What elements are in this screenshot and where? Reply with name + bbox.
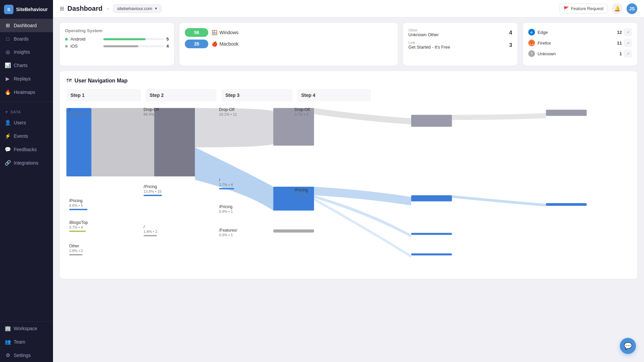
- step-1-label: Step 1: [66, 89, 141, 101]
- divider-1: [0, 102, 53, 102]
- dropdown-icon: ▼: [154, 7, 158, 10]
- source-name-1: Unknown Other: [409, 32, 439, 37]
- sidebar-item-label: Workspace: [14, 326, 37, 331]
- unknown-action[interactable]: ↗: [624, 50, 632, 58]
- android-count: 5: [166, 37, 169, 42]
- workspace-icon: 🏢: [5, 325, 11, 331]
- desktop-stats-panel: 56 🪟 Windows 35 🍎 Macbook: [179, 23, 397, 66]
- os-row-android: Android 5: [65, 37, 169, 42]
- team-icon: 👥: [5, 339, 11, 345]
- grid-icon: ⊞: [60, 5, 64, 12]
- logo-icon: S: [4, 5, 13, 14]
- browser-info-edge: e Edge: [528, 29, 548, 36]
- sidebar-item-settings[interactable]: ⚙ Settings: [0, 349, 53, 362]
- page-title: Dashboard: [67, 5, 102, 12]
- mac-icon: 🍎: [212, 41, 217, 47]
- firefox-count: 11: [617, 41, 622, 46]
- unknown-browser-icon: ?: [528, 50, 535, 57]
- feature-request-label: Feature Request: [571, 6, 603, 11]
- sidebar-item-users[interactable]: 👤 Users: [0, 116, 53, 129]
- events-icon: ⚡: [5, 133, 11, 139]
- sidebar-item-boards[interactable]: □ Boards: [0, 32, 53, 45]
- boards-icon: □: [5, 36, 11, 42]
- chat-icon: 💬: [624, 342, 632, 350]
- edge-icon: e: [528, 29, 535, 36]
- browser-panel: e Edge 12 ↗ 🦊 Firefox: [523, 23, 637, 66]
- step4-pricing-rect: [546, 203, 587, 206]
- os-row-ios: iOS 4: [65, 44, 169, 49]
- android-dot: [65, 38, 68, 41]
- sidebar-item-insights[interactable]: ◎ Insights: [0, 45, 53, 59]
- insights-icon: ◎: [5, 49, 11, 55]
- header: ⊞ Dashboard › sitebehaviour.com ▼ 🚩 Feat…: [53, 0, 644, 17]
- sankey-svg: [66, 105, 631, 272]
- app-name: SiteBehaviour: [16, 7, 48, 12]
- sidebar-item-replays[interactable]: ▶ Replays: [0, 72, 53, 85]
- sidebar-item-label: Insights: [14, 49, 30, 55]
- ios-count: 4: [166, 44, 169, 49]
- nav-map-title: User Navigation Map: [74, 78, 127, 84]
- flow-pricing-slash-s3: [314, 187, 411, 205]
- sidebar-bottom: 🏢 Workspace 👥 Team ⚙ Settings: [0, 321, 53, 362]
- sidebar-item-label: Integrations: [14, 160, 38, 166]
- source-panel: Other Unknown Other 4 Link Get Started -…: [403, 23, 518, 66]
- sidebar-item-heatmaps[interactable]: 🔥 Heatmaps: [0, 85, 53, 99]
- firefox-action[interactable]: ↗: [624, 39, 632, 47]
- source-count-1: 4: [509, 30, 512, 36]
- step-2-label: Step 2: [146, 89, 217, 101]
- sidebar-item-label: Users: [14, 120, 26, 125]
- step2-slash-rect: [273, 229, 314, 232]
- feature-request-button[interactable]: 🚩 Feature Request: [559, 4, 608, 13]
- windows-label: Windows: [219, 30, 238, 35]
- sidebar-item-events[interactable]: ⚡ Events: [0, 129, 53, 143]
- chat-bubble[interactable]: 💬: [620, 338, 636, 354]
- source-type-1: Other: [409, 28, 439, 32]
- main-area: ⊞ Dashboard › sitebehaviour.com ▼ 🚩 Feat…: [53, 0, 644, 362]
- sidebar-item-integrations[interactable]: 🔗 Integrations: [0, 156, 53, 170]
- source-info-1: Other Unknown Other: [409, 28, 439, 37]
- browser-info-firefox: 🦊 Firefox: [528, 40, 551, 46]
- content-area: Operating System Android 5 iOS 4: [53, 17, 644, 362]
- step3-pricing-rect: [411, 233, 452, 235]
- sidebar-item-team[interactable]: 👥 Team: [0, 335, 53, 349]
- source-row-2: Link Get Started - It's Free 3: [409, 41, 512, 50]
- unknown-count: 1: [620, 51, 622, 56]
- sidebar-item-feedbacks[interactable]: 💬 Feedbacks: [0, 143, 53, 156]
- sidebar-item-workspace[interactable]: 🏢 Workspace: [0, 322, 53, 335]
- browser-row-firefox: 🦊 Firefox 11 ↗: [528, 39, 632, 47]
- flow-slash-pricing: [195, 147, 273, 211]
- nav-map-icon: 🗺: [66, 78, 72, 84]
- logo-area[interactable]: S SiteBehaviour: [0, 0, 53, 19]
- bell-icon: 🔔: [614, 6, 621, 12]
- mac-label: Macbook: [219, 41, 238, 47]
- ios-dot: [65, 45, 68, 48]
- sidebar-item-dashboard[interactable]: ⊞ Dashboard: [0, 19, 53, 32]
- browser-row-unknown: ? Unknown 1 ↗: [528, 50, 632, 58]
- firefox-icon: 🦊: [528, 40, 535, 46]
- sidebar-item-charts[interactable]: 📊 Charts: [0, 59, 53, 72]
- breadcrumb-text: sitebehaviour.com: [117, 6, 152, 11]
- top-stats-row: Operating System Android 5 iOS 4: [60, 23, 637, 66]
- unknown-browser-name: Unknown: [538, 51, 556, 56]
- sidebar-item-label: Dashboard: [14, 23, 37, 28]
- avatar-button[interactable]: JS: [627, 3, 637, 14]
- step4-dropoff-rect: [546, 110, 587, 116]
- android-label: Android: [70, 37, 101, 42]
- step1-darkgray-rect: [154, 108, 195, 176]
- source-row-1: Other Unknown Other 4: [409, 28, 512, 37]
- data-section-header: ▼ Data: [0, 105, 53, 116]
- windows-icon: 🪟: [212, 30, 217, 35]
- edge-action[interactable]: ↗: [624, 28, 632, 36]
- windows-stat-row: 56 🪟 Windows: [185, 28, 392, 37]
- os-panel-title: Operating System: [65, 28, 169, 33]
- notifications-button[interactable]: 🔔: [612, 3, 623, 14]
- step3-features-rect: [411, 253, 452, 255]
- firefox-name: Firefox: [538, 41, 551, 46]
- sidebar-item-label: Settings: [14, 353, 31, 358]
- edge-name: Edge: [538, 30, 548, 35]
- mac-stat-row: 35 🍎 Macbook: [185, 40, 392, 48]
- breadcrumb[interactable]: sitebehaviour.com ▼: [113, 4, 161, 13]
- mac-os-label: 🍎 Macbook: [212, 41, 238, 47]
- step-3-label: Step 3: [221, 89, 292, 101]
- flow-dropoff-s4: [452, 113, 546, 120]
